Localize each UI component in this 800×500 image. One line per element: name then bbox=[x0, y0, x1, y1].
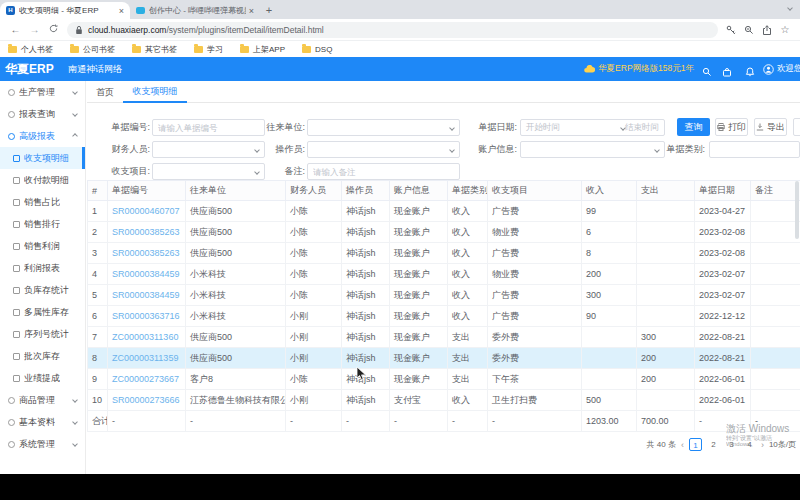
header-cart-icon[interactable] bbox=[722, 63, 734, 75]
bookmark-item[interactable]: 上架APP bbox=[240, 44, 285, 55]
sidebar-item[interactable]: 基本资料 bbox=[0, 411, 85, 433]
chevron-down-icon bbox=[72, 441, 78, 447]
back-icon[interactable]: ← bbox=[6, 22, 25, 38]
sidebar-item[interactable]: 销售利润 bbox=[0, 235, 85, 257]
close-tab-icon[interactable]: × bbox=[249, 6, 254, 16]
refresh-icon[interactable] bbox=[44, 22, 63, 38]
doc-category-input[interactable] bbox=[709, 141, 800, 158]
remark-input[interactable] bbox=[307, 163, 460, 180]
doc-no-link[interactable]: SR00000273666 bbox=[112, 395, 180, 405]
header-search-icon[interactable] bbox=[702, 63, 714, 75]
table-cell: 2 bbox=[88, 222, 108, 243]
doc-no-link[interactable]: ZC00000311359 bbox=[112, 353, 178, 363]
sidebar-item-active[interactable]: 收支项明细 bbox=[0, 147, 85, 169]
next-page-icon[interactable]: › bbox=[761, 440, 764, 450]
scrollbar-thumb[interactable] bbox=[795, 181, 799, 239]
date-range-input[interactable]: 开始时间 结束时间 bbox=[520, 119, 665, 136]
doc-no-link[interactable]: SR00000384459 bbox=[112, 269, 180, 279]
table-row[interactable]: 1SR00000460707供应商500小陈神话jsh现金账户收入广告费9920… bbox=[88, 201, 800, 222]
user-welcome[interactable]: 欢迎您 bbox=[763, 57, 800, 81]
print-button[interactable]: 打印 bbox=[715, 118, 748, 136]
menu-item-icon bbox=[13, 221, 20, 228]
doc-no-link[interactable]: SR00000385263 bbox=[112, 248, 180, 258]
page-size-select[interactable]: 10条/页 bbox=[769, 439, 796, 450]
total-cell: - bbox=[390, 411, 448, 432]
browser-tab-erp[interactable]: H 收支项明细 - 华夏ERP × bbox=[0, 2, 130, 19]
tab-home[interactable]: 首页 bbox=[87, 81, 123, 103]
sidebar-item[interactable]: 销售占比 bbox=[0, 191, 85, 213]
tab-search-chevron-icon[interactable] bbox=[787, 5, 793, 11]
bookmark-item[interactable]: 公司书签 bbox=[70, 44, 115, 55]
table-cell: 2023-02-08 bbox=[695, 243, 751, 264]
page-number[interactable]: 2 bbox=[707, 438, 720, 451]
doc-no-link[interactable]: SR00000460707 bbox=[112, 206, 180, 216]
tab-item-detail[interactable]: 收支项明细 bbox=[123, 81, 187, 103]
password-key-icon[interactable] bbox=[722, 21, 740, 39]
doc-no-link[interactable]: SR00000384459 bbox=[112, 290, 180, 300]
page-number[interactable]: 1 bbox=[689, 438, 702, 451]
sidebar-item[interactable]: 利润报表 bbox=[0, 257, 85, 279]
header-bell-icon[interactable] bbox=[745, 63, 757, 75]
more-button-partial[interactable] bbox=[793, 118, 800, 136]
sidebar-item[interactable]: 业绩提成 bbox=[0, 367, 85, 389]
doc-no-link[interactable]: ZC00000311360 bbox=[112, 332, 178, 342]
bookmark-item[interactable]: 学习 bbox=[194, 44, 223, 55]
browser-tab-bilibili[interactable]: 创作中心 - 哔哩哔哩弹幕视频网 × bbox=[130, 2, 260, 19]
sidebar-item[interactable]: 商品管理 bbox=[0, 389, 85, 411]
chevron-down-icon bbox=[72, 419, 78, 425]
query-button[interactable]: 查询 bbox=[677, 118, 710, 136]
table-row[interactable]: 5SR00000384459小米科技小陈神话jsh现金账户收入广告费300202… bbox=[88, 285, 800, 306]
bookmarks-bar: 个人书签公司书签其它书签学习上架APPDSQ bbox=[0, 41, 800, 57]
sidebar-item[interactable]: 系统管理 bbox=[0, 433, 85, 455]
menu-item-icon bbox=[13, 353, 20, 360]
close-tab-icon[interactable]: × bbox=[119, 6, 124, 16]
partner-select[interactable] bbox=[307, 119, 460, 136]
sidebar-item[interactable]: 收付款明细 bbox=[0, 169, 85, 191]
doc-no-link[interactable]: ZC00000273667 bbox=[112, 374, 179, 384]
sidebar-item-label: 基本资料 bbox=[19, 416, 55, 429]
bookmark-star-icon[interactable]: ☆ bbox=[776, 24, 794, 35]
sidebar-item[interactable]: 批次库存 bbox=[0, 345, 85, 367]
table-row[interactable]: 2SR00000385263供应商500小陈神话jsh现金账户收入物业费6202… bbox=[88, 222, 800, 243]
sidebar-item[interactable]: 报表查询 bbox=[0, 103, 85, 125]
url-field[interactable]: cloud.huaxiaerp.com/system/plugins/itemD… bbox=[67, 22, 718, 38]
table-row[interactable]: 8ZC00000311359供应商500小刚神话jsh现金账户支出委外费2002… bbox=[88, 348, 800, 369]
sidebar-item[interactable]: 负库存统计 bbox=[0, 279, 85, 301]
zoom-out-icon[interactable] bbox=[740, 21, 758, 39]
page-number[interactable]: 4 bbox=[743, 438, 756, 451]
table-cell: 现金账户 bbox=[390, 222, 448, 243]
sidebar-item[interactable]: 高级报表 bbox=[0, 125, 85, 147]
sidebar-item-label: 多属性库存 bbox=[24, 306, 69, 319]
bookmark-item[interactable]: DSQ bbox=[302, 45, 332, 54]
share-icon[interactable] bbox=[758, 21, 776, 39]
table-row[interactable]: 6SR00000363716小米科技小刚神话jsh现金账户收入广告费902022… bbox=[88, 306, 800, 327]
operator-select[interactable] bbox=[307, 141, 460, 158]
doc-no-link[interactable]: SR00000363716 bbox=[112, 311, 180, 321]
table-row[interactable]: 3SR00000385263供应商500小陈神话jsh现金账户收入广告费8202… bbox=[88, 243, 800, 264]
prev-page-icon[interactable]: ‹ bbox=[681, 440, 684, 450]
sidebar-item[interactable]: 生产管理 bbox=[0, 81, 85, 103]
forward-icon[interactable]: → bbox=[25, 22, 44, 38]
bookmark-item[interactable]: 其它书签 bbox=[132, 44, 177, 55]
sidebar-item[interactable]: 销售排行 bbox=[0, 213, 85, 235]
export-button[interactable]: 导出 bbox=[754, 118, 787, 136]
table-row[interactable]: 10SR00000273666江苏德鲁生物科技有限公司小刚神话jsh支付宝收入卫… bbox=[88, 390, 800, 411]
table-cell: 支出 bbox=[448, 327, 488, 348]
table-row[interactable]: 7ZC00000311360供应商500小刚神话jsh现金账户支出委外费3002… bbox=[88, 327, 800, 348]
operator-label: 操作员: bbox=[237, 141, 305, 158]
new-tab-button[interactable]: + bbox=[260, 2, 278, 19]
table-cell: 神话jsh bbox=[342, 264, 390, 285]
company-name: 南通神话网络 bbox=[68, 57, 122, 81]
table-cell: 5 bbox=[88, 285, 108, 306]
doc-category-label: 单据类别: bbox=[643, 141, 705, 158]
bookmark-label: 学习 bbox=[207, 44, 223, 55]
bookmark-item[interactable]: 个人书签 bbox=[8, 44, 53, 55]
sidebar-item[interactable]: 多属性库存 bbox=[0, 301, 85, 323]
page-number[interactable]: 3 bbox=[725, 438, 738, 451]
doc-no-link[interactable]: SR00000385263 bbox=[112, 227, 180, 237]
sidebar-item[interactable]: 序列号统计 bbox=[0, 323, 85, 345]
table-cell bbox=[637, 390, 695, 411]
table-row[interactable]: 4SR00000384459小米科技小陈神话jsh现金账户收入物业费200202… bbox=[88, 264, 800, 285]
promo-link[interactable]: 华夏ERP网络版158元1年 bbox=[584, 57, 694, 81]
table-row[interactable]: 9ZC00000273667客户8小陈神话jsh现金账户支出下午茶2002022… bbox=[88, 369, 800, 390]
